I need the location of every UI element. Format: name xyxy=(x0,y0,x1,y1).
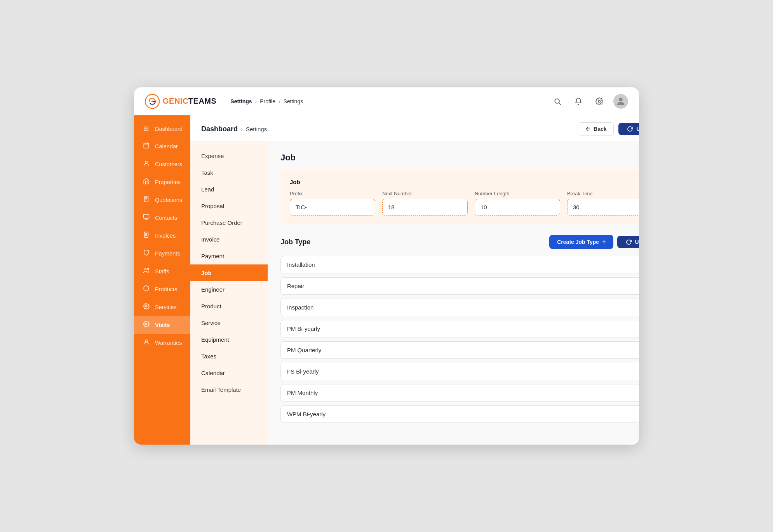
customers-icon xyxy=(142,160,150,169)
sidebar-item-properties[interactable]: Properties xyxy=(134,173,190,191)
gear-icon xyxy=(595,97,603,105)
back-arrow-icon xyxy=(585,126,591,132)
sub-nav-payment[interactable]: Payment xyxy=(190,248,268,264)
prefix-field: Prefix xyxy=(290,191,375,216)
sidebar-item-products[interactable]: Products xyxy=(134,280,190,298)
sidebar-item-services[interactable]: Services xyxy=(134,298,190,316)
sub-nav-expense[interactable]: Expense xyxy=(190,148,268,164)
break-time-field: Break Time xyxy=(567,191,639,216)
plus-icon: + xyxy=(602,238,606,245)
job-type-update-button[interactable]: Update xyxy=(617,236,639,248)
job-type-input-pm-quarterly[interactable] xyxy=(280,341,639,359)
sub-nav: Expense Task Lead Proposal Purchase Orde… xyxy=(190,141,268,445)
dashboard-icon: ⊞ xyxy=(142,125,150,133)
job-type-item xyxy=(280,405,639,423)
settings-button[interactable] xyxy=(592,94,606,108)
contacts-icon xyxy=(142,214,150,222)
job-type-input-repair[interactable] xyxy=(280,277,639,295)
sub-nav-product[interactable]: Product xyxy=(190,298,268,315)
job-config-title: Job xyxy=(290,179,639,185)
page-breadcrumb-sep: › xyxy=(241,126,243,132)
job-type-list xyxy=(280,256,639,423)
job-type-item xyxy=(280,256,639,273)
sidebar-item-dashboard[interactable]: ⊞ Dashboard xyxy=(134,120,190,137)
next-number-input[interactable] xyxy=(382,199,468,216)
sub-nav-purchase-order[interactable]: Purchase Order xyxy=(190,214,268,231)
job-type-item xyxy=(280,384,639,402)
sub-nav-taxes[interactable]: Taxes xyxy=(190,348,268,365)
break-time-label: Break Time xyxy=(567,191,639,196)
topbar-actions xyxy=(550,94,628,109)
page-breadcrumb-settings: Settings xyxy=(246,126,267,132)
breadcrumb-settings[interactable]: Settings xyxy=(230,98,252,104)
break-time-input[interactable] xyxy=(567,199,639,216)
sidebar-item-calendar[interactable]: Calendar xyxy=(134,137,190,155)
sidebar-item-payments[interactable]: Payments xyxy=(134,245,190,263)
logo-text: GENICTEAMS xyxy=(163,97,216,106)
create-job-type-button[interactable]: Create Job Type + xyxy=(549,235,613,249)
breadcrumb-profile[interactable]: Profile xyxy=(260,98,275,104)
sub-nav-job[interactable]: Job xyxy=(190,264,268,281)
job-type-input-pm-monthly[interactable] xyxy=(280,384,639,402)
logo: GENICTEAMS xyxy=(145,94,216,109)
job-type-input-fs-biyearly[interactable] xyxy=(280,363,639,380)
svg-point-24 xyxy=(145,305,147,307)
back-button[interactable]: Back xyxy=(578,122,614,136)
update-button[interactable]: Update xyxy=(618,123,639,135)
search-button[interactable] xyxy=(550,94,564,108)
svg-line-3 xyxy=(559,103,561,104)
breadcrumb-sep1: › xyxy=(255,98,257,104)
sub-nav-task[interactable]: Task xyxy=(190,164,268,181)
sub-nav-lead[interactable]: Lead xyxy=(190,181,268,198)
sub-nav-equipment[interactable]: Equipment xyxy=(190,331,268,348)
job-type-item xyxy=(280,320,639,337)
search-icon xyxy=(554,97,561,105)
refresh-icon xyxy=(627,126,633,132)
sidebar-item-visits[interactable]: Visits xyxy=(134,316,190,334)
job-type-input-installation[interactable] xyxy=(280,256,639,273)
sidebar-item-contacts[interactable]: Contacts xyxy=(134,209,190,227)
number-length-field: Number Length xyxy=(475,191,560,216)
payments-icon xyxy=(142,249,150,258)
sidebar-item-invoices[interactable]: Invoices xyxy=(134,227,190,245)
sidebar-item-quotations[interactable]: Quotations xyxy=(134,191,190,209)
job-type-input-pm-biyearly[interactable] xyxy=(280,320,639,337)
sidebar-item-customers[interactable]: Customers xyxy=(134,155,190,173)
job-type-input-wpm-biyearly[interactable] xyxy=(280,405,639,423)
job-type-item xyxy=(280,341,639,359)
sub-nav-service[interactable]: Service xyxy=(190,315,268,331)
job-type-input-inspaction[interactable] xyxy=(280,299,639,316)
svg-rect-15 xyxy=(143,214,149,218)
svg-point-23 xyxy=(147,268,148,270)
sidebar-item-staffs[interactable]: Staffs xyxy=(134,263,190,280)
job-type-actions: Create Job Type + Update xyxy=(549,235,639,249)
svg-point-5 xyxy=(619,97,622,101)
sub-nav-engineer[interactable]: Engineer xyxy=(190,281,268,298)
logo-icon xyxy=(145,94,160,109)
job-type-header: Job Type Create Job Type + Update xyxy=(280,235,639,249)
job-type-title: Job Type xyxy=(280,238,311,246)
sub-nav-email-template[interactable]: Email Template xyxy=(190,381,268,398)
avatar[interactable] xyxy=(613,94,628,109)
topbar-breadcrumb: Settings › Profile › Settings xyxy=(230,98,544,104)
sub-nav-proposal[interactable]: Proposal xyxy=(190,198,268,214)
svg-point-10 xyxy=(145,161,147,163)
prefix-input[interactable] xyxy=(290,199,375,216)
main-panel: Job ! Job Prefix xyxy=(268,141,639,445)
next-number-field: Next Number xyxy=(382,191,468,216)
breadcrumb-sep2: › xyxy=(279,98,280,104)
section-title-text: Job xyxy=(280,153,296,163)
breadcrumb-settings2[interactable]: Settings xyxy=(284,98,303,104)
sub-nav-invoice[interactable]: Invoice xyxy=(190,231,268,248)
sidebar-item-warranties[interactable]: Warranties xyxy=(134,334,190,352)
config-fields: Prefix Next Number Number Length xyxy=(290,191,639,216)
number-length-input[interactable] xyxy=(475,199,560,216)
refresh-icon-2 xyxy=(626,239,632,245)
notification-button[interactable] xyxy=(571,94,585,108)
services-icon xyxy=(142,303,150,311)
page-title: Dashboard xyxy=(201,125,238,133)
sub-nav-calendar[interactable]: Calendar xyxy=(190,365,268,381)
invoices-icon xyxy=(142,231,150,240)
prefix-label: Prefix xyxy=(290,191,375,196)
section-header: Job ! xyxy=(280,152,639,163)
